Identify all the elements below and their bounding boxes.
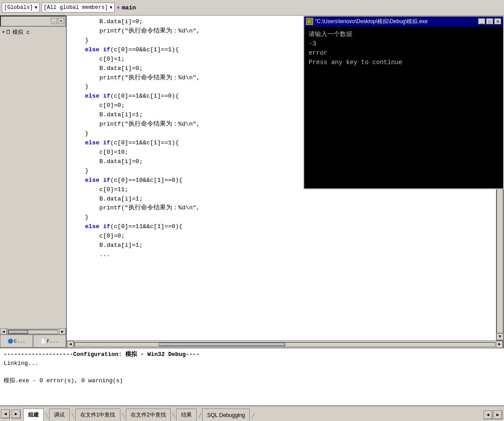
hscroll-thumb [159, 343, 285, 346]
tab-result[interactable]: 结果 [176, 409, 197, 421]
sidebar: _ ✕ + 🗒 模拟 c ◀ ▶ 🔵 C... 📄 F... [0, 16, 67, 347]
console-titlebar: C "C:\Users\lenovo\Desktop\模拟\Debug\模拟.e… [304, 16, 503, 26]
tab-sep-3: \ [122, 413, 125, 421]
code-line-26: ... [70, 250, 500, 260]
console-input-line: -3 [309, 39, 499, 49]
tab-sep-5: / [198, 413, 202, 421]
console-title: "C:\Users\lenovo\Desktop\模拟\Debug\模拟.exe [315, 18, 477, 25]
diamond-icon: ♦ [116, 4, 120, 11]
toolbar: [Globals] ▼ [All global members] ▼ ♦ mai… [0, 0, 504, 16]
tabbar-right-nav: ◀ ▶ [483, 410, 502, 419]
tab-build-label: 组建 [28, 411, 39, 419]
tab-find2[interactable]: 在文件2中查找 [126, 409, 171, 421]
tab-sep-2: \ [71, 413, 74, 421]
console-maximize-btn[interactable]: □ [486, 18, 493, 25]
console-window: C "C:\Users\lenovo\Desktop\模拟\Debug\模拟.e… [303, 16, 504, 189]
tab-find2-label: 在文件2中查找 [131, 411, 166, 419]
tab-nav-left[interactable]: ◀ [1, 409, 10, 418]
globals-arrow: ▼ [35, 5, 37, 10]
console-error-line: error [309, 49, 499, 58]
tab-sql[interactable]: SQL Debugging [202, 409, 250, 421]
tab-debug-label: 调试 [54, 411, 65, 419]
sidebar-tabs: 🔵 C... 📄 F... [0, 334, 66, 347]
tab-result-label: 结果 [181, 411, 192, 419]
tab-sep-4: \ [172, 413, 176, 421]
code-line-25: B.data[i]=1; [70, 241, 500, 250]
code-line-21: printf("执行命令结果为：%d\n", [70, 204, 500, 213]
sidebar-header: _ ✕ [0, 16, 66, 27]
output-line-3 [4, 368, 500, 376]
tab-sep-1: \ [45, 413, 49, 421]
hscroll-right[interactable]: ▶ [496, 341, 503, 348]
sidebar-close-btn[interactable]: ✕ [58, 18, 64, 24]
sidebar-tab-c-icon: 🔵 [8, 339, 13, 344]
hscroll-track[interactable] [74, 342, 496, 347]
sidebar-tab-c[interactable]: 🔵 C... [0, 335, 33, 347]
console-close-btn[interactable]: ✕ [494, 18, 501, 25]
console-minimize-btn[interactable]: _ [478, 18, 485, 25]
members-arrow: ▼ [110, 5, 112, 10]
members-label: [All global members] [44, 4, 108, 11]
output-line-4: 模拟.exe - 0 error(s), 0 warning(s) [4, 376, 500, 385]
tab-sql-label: SQL Debugging [207, 412, 245, 418]
sidebar-tree-item[interactable]: + 🗒 模拟 c [1, 28, 65, 37]
func-label: main [122, 4, 136, 11]
file-icon: 🗒 [6, 29, 11, 36]
sidebar-scroll-thumb [8, 330, 28, 334]
vscroll-down[interactable]: ▼ [496, 333, 503, 340]
code-hscrollbar: ◀ ▶ [67, 340, 503, 347]
tabbar-scroll-left[interactable]: ◀ [483, 410, 492, 419]
sidebar-tab-f-label: F... [47, 339, 58, 344]
sidebar-content: + 🗒 模拟 c [0, 27, 66, 329]
main-area: _ ✕ + 🗒 模拟 c ◀ ▶ 🔵 C... 📄 F... [0, 16, 504, 347]
console-icon: C [306, 18, 313, 25]
sidebar-minimize-btn[interactable]: _ [51, 18, 57, 24]
tab-find1[interactable]: 在文件1中查找 [75, 409, 120, 421]
tab-nav-right[interactable]: ▶ [12, 409, 21, 418]
sidebar-tab-c-label: C... [14, 339, 25, 344]
members-dropdown[interactable]: [All global members] ▼ [41, 3, 115, 12]
code-line-23: else if(c[0]==11&&c[1]==0){ [70, 222, 500, 232]
sidebar-tab-f-icon: 📄 [41, 339, 46, 344]
code-line-22: } [70, 213, 500, 222]
output-area: --------------------Configuration: 模拟 - … [0, 347, 504, 405]
globals-label: [Globals] [4, 4, 33, 11]
hscroll-left[interactable]: ◀ [67, 341, 74, 348]
sidebar-item-label: 模拟 c [12, 29, 29, 36]
tab-sep-6: / [251, 413, 255, 421]
sidebar-hscrollbar: ◀ ▶ [0, 329, 66, 334]
output-line-1: --------------------Configuration: 模拟 - … [4, 350, 500, 359]
console-prompt-line: 请输入一个数据 [309, 30, 499, 39]
sidebar-tab-f[interactable]: 📄 F... [33, 335, 66, 347]
console-body: 请输入一个数据 -3 error Press any key to contin… [304, 26, 503, 188]
sidebar-header-label [3, 18, 8, 25]
code-line-24: c[0]=0; [70, 232, 500, 241]
tab-debug[interactable]: 调试 [49, 409, 70, 421]
sidebar-scroll-track[interactable] [8, 330, 58, 334]
tab-find1-label: 在文件1中查找 [80, 411, 116, 419]
console-press-line: Press any key to continue [309, 58, 499, 67]
bottom-tabbar: ◀ ▶ 组建 \ 调试 \ 在文件1中查找 \ 在文件2中查找 \ 结果 / S… [0, 405, 504, 421]
tab-build[interactable]: 组建 [23, 409, 44, 421]
code-line-20: B.data[i]=1; [70, 195, 500, 204]
tabbar-scroll-right[interactable]: ▶ [493, 410, 502, 419]
globals-dropdown[interactable]: [Globals] ▼ [2, 3, 40, 12]
expand-icon: + [2, 29, 5, 36]
output-line-2: Linking... [4, 359, 500, 368]
